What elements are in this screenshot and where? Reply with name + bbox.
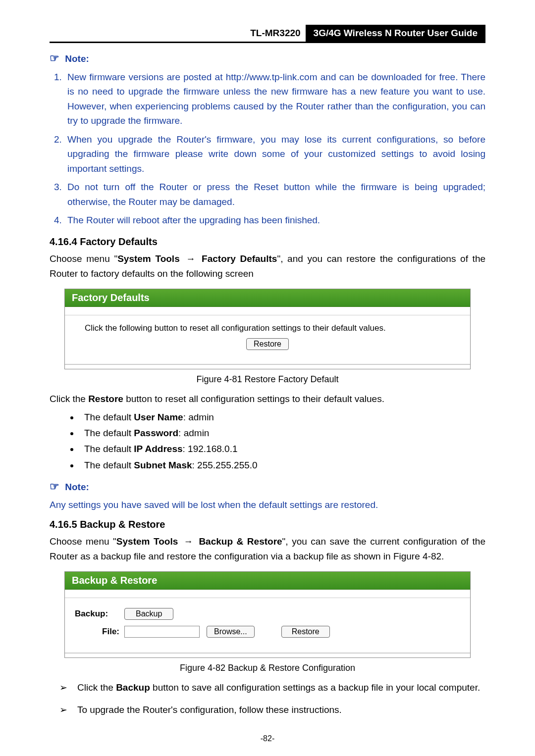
- figure-spacer: [65, 307, 470, 315]
- figure-text: Click the following button to reset all …: [85, 323, 450, 333]
- figure-spacer-2: [65, 590, 470, 598]
- figure-bottom: [65, 364, 470, 369]
- default-password: The default Password: admin: [79, 425, 485, 441]
- default-subnet: The default Subnet Mask: 255.255.255.0: [79, 457, 485, 473]
- intro-prefix: Choose menu ": [50, 253, 117, 264]
- note1-item-2: When you upgrade the Router's firmware, …: [64, 132, 485, 176]
- browse-button[interactable]: Browse...: [207, 626, 255, 638]
- intro2-bold2: Backup & Restore: [199, 536, 282, 547]
- note1-item-1: New firmware versions are posted at http…: [64, 70, 485, 128]
- restore-suffix: button to reset all configuration settin…: [123, 394, 384, 404]
- restore-button[interactable]: Restore: [246, 338, 289, 350]
- figure-backup-restore: Backup & Restore Backup: Backup File: Br…: [64, 571, 471, 658]
- arrow-icon: →: [184, 252, 197, 266]
- intro2-prefix: Choose menu ": [50, 536, 116, 547]
- page-header: TL-MR3220 3G/4G Wireless N Router User G…: [50, 25, 485, 43]
- intro-bold1: System Tools: [117, 253, 180, 264]
- page-number: -82-: [50, 734, 485, 743]
- arrow-icon: →: [182, 534, 195, 549]
- figure-titlebar-2: Backup & Restore: [65, 572, 470, 590]
- figure-factory-defaults: Factory Defaults Click the following but…: [64, 289, 471, 369]
- figure-81-caption: Figure 4-81 Restore Factory Default: [50, 374, 485, 385]
- restore-button-2[interactable]: Restore: [281, 626, 330, 638]
- pointing-hand-icon: ☞: [50, 52, 59, 64]
- note-heading-2: ☞ Note:: [50, 480, 485, 493]
- page: TL-MR3220 3G/4G Wireless N Router User G…: [0, 0, 535, 756]
- note-label-2: Note:: [65, 482, 89, 492]
- instruction-backup: Click the Backup button to save all conf…: [59, 680, 485, 695]
- figure-body: Click the following button to reset all …: [65, 315, 470, 364]
- figure-bottom-2: [65, 653, 470, 657]
- intro-bold2: Factory Defaults: [202, 253, 277, 264]
- file-input[interactable]: [124, 626, 200, 638]
- section-heading-factory-defaults: 4.16.4 Factory Defaults: [50, 236, 485, 248]
- figure-body-2: Backup: Backup File: Browse... Restore: [65, 598, 470, 653]
- file-label: File:: [75, 627, 124, 637]
- note-heading-1: ☞ Note:: [50, 52, 485, 65]
- instruction-upgrade: To upgrade the Router's configuration, f…: [59, 703, 485, 717]
- default-username: The default User Name: admin: [79, 409, 485, 425]
- note1-item-3: Do not turn off the Router or press the …: [64, 180, 485, 209]
- intro2-bold1: System Tools: [116, 536, 178, 547]
- backup-instructions: Click the Backup button to save all conf…: [50, 680, 485, 717]
- figure-82-caption: Figure 4-82 Backup & Restore Configurati…: [50, 663, 485, 673]
- restore-bold: Restore: [88, 394, 123, 404]
- backup-restore-intro: Choose menu "System Tools → Backup & Res…: [50, 534, 485, 563]
- model-number: TL-MR3220: [250, 25, 305, 42]
- note-list-1: New firmware versions are posted at http…: [50, 70, 485, 227]
- note1-item-4: The Router will reboot after the upgradi…: [64, 213, 485, 227]
- section-heading-backup-restore: 4.16.5 Backup & Restore: [50, 519, 485, 530]
- backup-button[interactable]: Backup: [124, 608, 173, 620]
- figure-titlebar: Factory Defaults: [65, 289, 470, 307]
- note2-body: Any settings you have saved will be lost…: [50, 498, 485, 512]
- factory-defaults-intro: Choose menu "System Tools → Factory Defa…: [50, 252, 485, 281]
- restore-prefix: Click the: [50, 394, 88, 404]
- note-label: Note:: [65, 53, 89, 64]
- backup-label: Backup:: [75, 609, 124, 619]
- default-ip: The default IP Address: 192.168.0.1: [79, 441, 485, 457]
- guide-title: 3G/4G Wireless N Router User Guide: [306, 25, 485, 42]
- restore-paragraph: Click the Restore button to reset all co…: [50, 392, 485, 406]
- pointing-hand-icon: ☞: [50, 480, 59, 493]
- defaults-list: The default User Name: admin The default…: [50, 409, 485, 473]
